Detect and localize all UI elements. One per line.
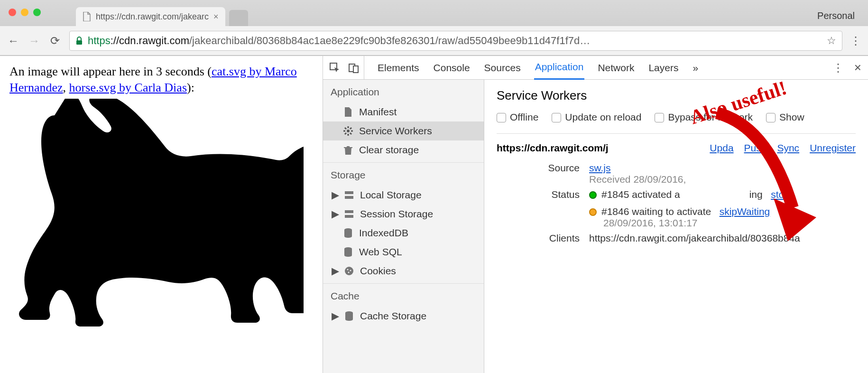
database-icon <box>344 311 354 321</box>
bookmark-star-icon[interactable]: ☆ <box>827 35 836 47</box>
chevron-right-icon: ▶ <box>332 265 338 277</box>
svg-rect-0 <box>76 40 82 45</box>
svg-point-20 <box>347 269 349 270</box>
database-icon <box>343 247 353 257</box>
chevron-right-icon: ▶ <box>332 310 338 322</box>
svg-line-11 <box>350 128 351 129</box>
devtools-tabbar: Elements Console Sources Application Net… <box>323 56 868 80</box>
panel-title: Service Workers <box>497 88 856 103</box>
action-update[interactable]: Upda <box>710 142 733 154</box>
devtools-menu-button[interactable]: ⋮ <box>832 61 844 75</box>
window-maximize-button[interactable] <box>33 9 41 16</box>
checkbox-show-all[interactable]: Show <box>766 112 804 123</box>
svg-line-12 <box>345 133 346 134</box>
devtools-close-button[interactable]: × <box>854 60 861 75</box>
source-received: Received 28/09/2016, <box>589 174 686 185</box>
chevron-right-icon: ▶ <box>332 189 338 201</box>
url-text: https://cdn.rawgit.com/jakearchibald/803… <box>88 35 590 47</box>
action-push[interactable]: Push <box>744 142 767 154</box>
sidebar-item-manifest[interactable]: Manifest <box>323 103 484 121</box>
sidebar-item-websql[interactable]: Web SQL <box>323 242 484 261</box>
new-tab-button[interactable] <box>229 10 248 26</box>
svg-point-4 <box>347 130 350 132</box>
status-dot-waiting <box>589 208 597 216</box>
page-icon <box>83 12 91 21</box>
svg-rect-15 <box>345 210 353 213</box>
svg-point-22 <box>348 272 350 273</box>
status-activated: #1845 activated a <box>601 189 680 200</box>
action-sync[interactable]: Sync <box>777 142 799 154</box>
window-close-button[interactable] <box>9 9 16 16</box>
checkbox-update-on-reload[interactable]: Update on reload <box>552 112 641 123</box>
tab-sources[interactable]: Sources <box>483 56 522 79</box>
tab-network[interactable]: Network <box>597 56 635 79</box>
lock-icon <box>75 37 83 45</box>
browser-toolbar: ← → ⟳ https://cdn.rawgit.com/jakearchiba… <box>0 26 868 56</box>
sidebar-item-local-storage[interactable]: ▶ Local Storage <box>323 186 484 205</box>
storage-icon <box>344 209 354 219</box>
tab-console[interactable]: Console <box>433 56 471 79</box>
source-link[interactable]: sw.js <box>589 162 611 173</box>
address-bar[interactable]: https://cdn.rawgit.com/jakearchibald/803… <box>69 31 842 51</box>
browser-tab[interactable]: https://cdn.rawgit.com/jakearc × <box>76 7 225 26</box>
action-stop[interactable]: stop <box>771 189 790 200</box>
inspect-element-icon[interactable] <box>330 63 340 73</box>
service-workers-panel: Service Workers Offline Update on reload… <box>484 80 868 373</box>
cookie-icon <box>344 266 354 276</box>
svg-rect-3 <box>353 66 358 73</box>
status-waiting-time: 28/09/2016, 13:01:17 <box>603 217 698 228</box>
action-unregister[interactable]: Unregister <box>810 142 856 154</box>
sidebar-item-clear-storage[interactable]: Clear storage <box>323 140 484 159</box>
chevron-right-icon: ▶ <box>332 208 338 220</box>
svg-rect-13 <box>345 191 353 194</box>
device-toolbar-icon[interactable] <box>349 63 359 73</box>
cat-image <box>9 99 313 326</box>
tab-application[interactable]: Application <box>534 56 585 80</box>
forward-button[interactable]: → <box>28 34 41 47</box>
group-storage: Storage <box>323 162 484 186</box>
devtools: Elements Console Sources Application Net… <box>323 56 868 373</box>
tab-elements[interactable]: Elements <box>377 56 420 79</box>
status-waiting: #1846 waiting to activate <box>601 206 711 217</box>
svg-point-21 <box>350 270 351 271</box>
profile-label[interactable]: Personal <box>817 8 863 26</box>
tab-close-icon[interactable]: × <box>213 12 219 22</box>
label-status: Status <box>497 189 580 200</box>
window-minimize-button[interactable] <box>21 9 28 16</box>
clients-url: https://cdn.rawgit.com/jakearchibald/803… <box>589 233 856 244</box>
checkbox-bypass-network[interactable]: Bypass for network <box>655 112 753 123</box>
application-sidebar: Application Manifest Service Workers Cle… <box>323 80 484 373</box>
tab-overflow[interactable]: » <box>692 56 699 79</box>
sidebar-item-indexeddb[interactable]: IndexedDB <box>323 224 484 242</box>
svg-line-10 <box>350 133 351 134</box>
label-clients: Clients <box>497 233 580 244</box>
tab-layers[interactable]: Layers <box>647 56 679 79</box>
tab-title: https://cdn.rawgit.com/jakearc <box>96 12 209 22</box>
sidebar-item-cache-storage[interactable]: ▶ Cache Storage <box>323 307 484 326</box>
status-dot-active <box>589 191 597 199</box>
group-cache: Cache <box>323 283 484 307</box>
svg-point-19 <box>345 267 353 275</box>
svg-rect-14 <box>345 196 353 199</box>
sidebar-item-service-workers[interactable]: Service Workers <box>323 121 484 140</box>
link-horse-svg[interactable]: horse.svg by Carla Dias <box>69 81 187 94</box>
action-skip-waiting[interactable]: skipWaiting <box>720 206 770 217</box>
reload-button[interactable]: ⟳ <box>48 34 62 47</box>
label-source: Source <box>497 162 580 174</box>
trash-icon <box>343 145 353 155</box>
file-icon <box>343 107 353 117</box>
storage-icon <box>344 190 354 200</box>
back-button[interactable]: ← <box>7 34 20 47</box>
browser-menu-button[interactable]: ⋮ <box>850 34 861 47</box>
sidebar-item-session-storage[interactable]: ▶ Session Storage <box>323 205 484 224</box>
sw-origin: https://cdn.rawgit.com/j <box>497 142 609 154</box>
group-application: Application <box>323 80 484 103</box>
gear-icon <box>343 126 353 136</box>
checkbox-offline[interactable]: Offline <box>497 112 538 123</box>
svg-rect-16 <box>345 215 353 218</box>
window-controls <box>9 9 41 16</box>
database-icon <box>343 228 353 238</box>
page-content: An image will appear here in 3 seconds (… <box>0 56 323 373</box>
browser-tab-strip: https://cdn.rawgit.com/jakearc × Persona… <box>0 0 868 26</box>
sidebar-item-cookies[interactable]: ▶ Cookies <box>323 261 484 280</box>
